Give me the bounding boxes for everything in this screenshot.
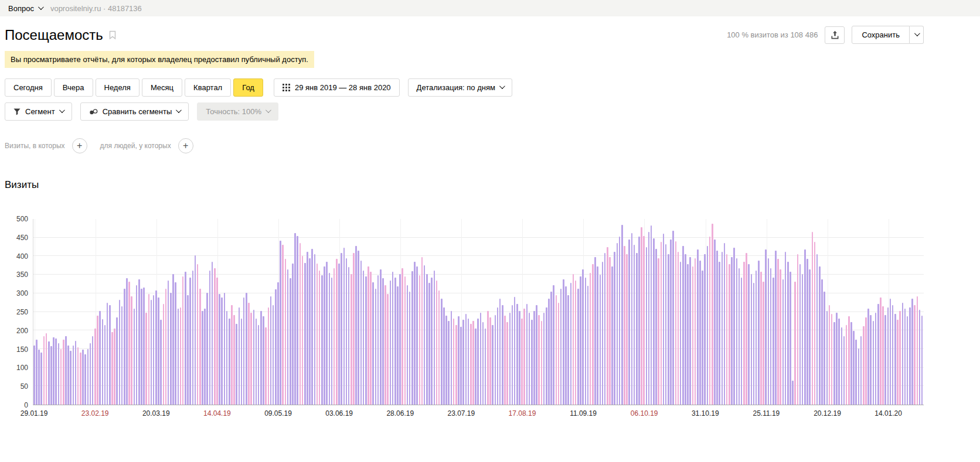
bar[interactable] [697,249,699,405]
bar[interactable] [399,274,401,405]
bar[interactable] [604,253,606,405]
bar[interactable] [109,305,111,405]
bar[interactable] [831,314,833,405]
bar[interactable] [600,275,601,405]
bar[interactable] [428,283,430,405]
bar[interactable] [65,336,67,405]
bar[interactable] [280,241,281,405]
bar[interactable] [172,274,174,405]
bar[interactable] [899,311,901,405]
bar[interactable] [768,258,770,405]
detalization-button[interactable]: Детализация: по дням [408,78,512,97]
bar[interactable] [782,279,784,405]
bar[interactable] [236,324,237,405]
bar[interactable] [699,261,701,405]
bar[interactable] [746,253,747,405]
bar[interactable] [489,317,491,405]
bar[interactable] [692,266,694,405]
bar[interactable] [277,282,279,405]
bar[interactable] [790,272,791,405]
bar[interactable] [465,314,467,405]
bar[interactable] [809,269,811,405]
bar[interactable] [307,252,308,405]
bar[interactable] [438,290,440,405]
bar[interactable] [250,313,252,405]
bar[interactable] [743,262,745,405]
bar[interactable] [594,257,596,405]
bar[interactable] [38,350,40,405]
bar[interactable] [504,316,506,405]
bar[interactable] [302,256,304,405]
bar[interactable] [92,336,94,405]
bar[interactable] [209,271,211,405]
bar[interactable] [63,340,64,405]
bar[interactable] [58,343,60,405]
bar[interactable] [331,278,333,405]
bar[interactable] [178,309,179,405]
bar[interactable] [273,305,274,405]
bar[interactable] [260,311,262,405]
bar[interactable] [587,286,589,405]
save-button[interactable]: Сохранить [852,26,910,44]
bar[interactable] [436,280,438,405]
bar[interactable] [709,237,711,405]
bar[interactable] [221,297,223,405]
bar[interactable] [33,345,35,405]
bar[interactable] [538,315,540,405]
bar[interactable] [80,353,81,405]
bar[interactable] [170,293,172,405]
bar[interactable] [567,295,569,405]
bar[interactable] [341,253,342,405]
bar[interactable] [597,266,598,405]
bar[interactable] [239,307,240,405]
bar[interactable] [858,348,860,405]
bar[interactable] [121,306,123,405]
bar[interactable] [502,305,503,405]
bar[interactable] [836,313,838,405]
bar[interactable] [509,313,511,405]
bar[interactable] [187,295,189,405]
export-button[interactable] [825,26,845,44]
bar[interactable] [431,278,433,405]
bar[interactable] [336,259,338,405]
bar[interactable] [565,286,567,405]
bar[interactable] [175,282,176,405]
bar[interactable] [270,296,272,405]
bar[interactable] [516,304,518,405]
bar[interactable] [626,254,628,405]
bar[interactable] [819,266,821,405]
bar[interactable] [346,258,348,405]
bar[interactable] [368,266,369,405]
bar[interactable] [560,289,562,405]
bar[interactable] [229,319,230,405]
bar[interactable] [665,244,667,405]
bar[interactable] [550,292,552,405]
bar[interactable] [655,249,657,405]
bar[interactable] [799,264,801,405]
bar[interactable] [116,317,118,405]
bar[interactable] [84,354,86,405]
bar[interactable] [638,237,640,405]
bar[interactable] [462,320,464,405]
bar[interactable] [636,253,638,405]
bar[interactable] [292,263,294,405]
bar[interactable] [204,309,206,405]
bar[interactable] [155,290,157,405]
bar[interactable] [751,274,753,405]
bar[interactable] [189,278,191,405]
bar[interactable] [458,316,460,405]
bar[interactable] [506,322,508,405]
bar[interactable] [309,258,311,405]
bar[interactable] [499,299,501,405]
bar[interactable] [163,304,165,405]
bar[interactable] [107,303,108,405]
period-tab-1[interactable]: Сегодня [5,78,52,97]
bar[interactable] [219,294,220,405]
bar[interactable] [468,319,469,405]
bar[interactable] [136,285,138,405]
bar[interactable] [445,316,447,405]
bar[interactable] [733,248,735,405]
bar[interactable] [758,261,760,405]
bar[interactable] [46,333,47,405]
bar[interactable] [477,319,479,405]
